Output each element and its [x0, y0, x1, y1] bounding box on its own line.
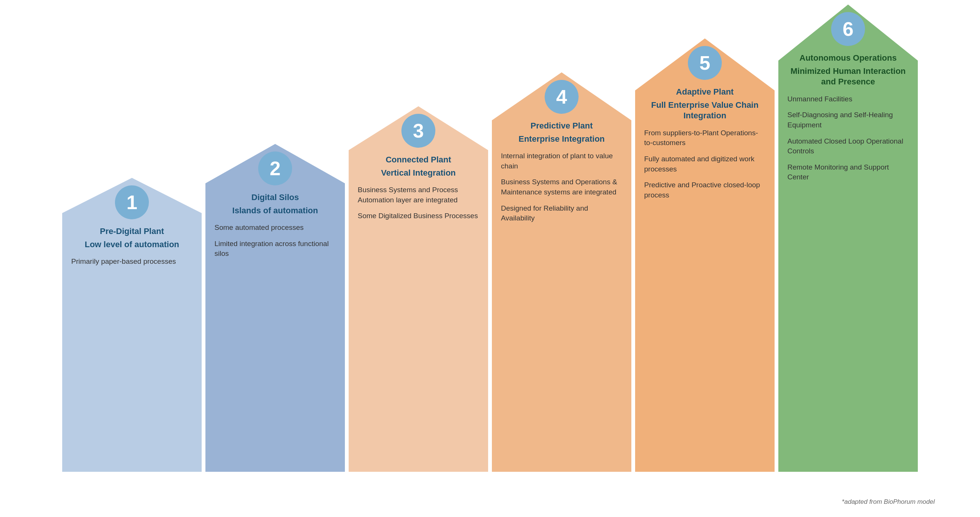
pillar-6-badge: 6 [831, 12, 865, 46]
list-item: Business Systems and Process Automation … [358, 185, 479, 205]
list-item: Some automated processes [215, 223, 336, 233]
pillar-1: 1Pre-Digital PlantLow level of automatio… [62, 178, 202, 472]
list-item: Some Digitalized Business Processes [358, 211, 479, 221]
pillar-4-badge: 4 [545, 80, 579, 114]
list-item: Self-Diagnosing and Self-Healing Equipme… [788, 110, 909, 130]
pillar-3: 3Connected PlantVertical IntegrationBusi… [348, 106, 488, 472]
pillar-4: 4Predictive PlantEnterprise IntegrationI… [492, 72, 632, 472]
list-item: Business Systems and Operations & Mainte… [501, 177, 622, 197]
list-item: Fully automated and digitized work proce… [644, 154, 765, 174]
list-item: Unmanned Facilities [788, 94, 909, 104]
pillar-2: 2Digital SilosIslands of automationSome … [205, 144, 345, 472]
pillar-6-title-main: Autonomous Operations [799, 53, 897, 64]
pillar-5-title-main: Adaptive Plant [676, 87, 734, 98]
footnote: *adapted from BioPhorum model [842, 498, 935, 506]
pillar-5: 5Adaptive PlantFull Enterprise Value Cha… [635, 38, 775, 472]
list-item: Primarily paper-based processes [71, 257, 192, 267]
list-item: Limited integration across functional si… [215, 239, 336, 259]
list-item: Automated Closed Loop Operational Contro… [788, 137, 909, 156]
list-item: Designed for Reliability and Availabilit… [501, 204, 622, 223]
pillar-1-title-sub: Low level of automation [85, 239, 180, 250]
pillar-4-title-sub: Enterprise Integration [519, 134, 605, 145]
pillar-2-badge: 2 [258, 151, 292, 185]
pillar-3-title-sub: Vertical Integration [381, 168, 456, 179]
pillar-6-title-sub: Minimized Human Interaction and Presence [788, 66, 909, 87]
list-item: Remote Monitoring and Support Center [788, 162, 909, 182]
list-item: From suppliers-to-Plant Operations-to-cu… [644, 128, 765, 148]
pillar-2-title-main: Digital Silos [251, 192, 299, 203]
pillar-1-title-main: Pre-Digital Plant [100, 226, 164, 237]
pillar-4-title-main: Predictive Plant [530, 121, 592, 132]
list-item: Internal integration of plant to value c… [501, 151, 622, 171]
pillar-3-badge: 3 [401, 114, 435, 148]
pillar-5-title-sub: Full Enterprise Value Chain Integration [644, 100, 765, 121]
pillar-3-title-main: Connected Plant [386, 154, 451, 165]
pillar-1-badge: 1 [115, 185, 149, 219]
main-container: 1Pre-Digital PlantLow level of automatio… [0, 0, 980, 517]
list-item: Predictive and Proactive closed-loop pro… [644, 180, 765, 200]
pillar-5-badge: 5 [688, 46, 722, 80]
pillar-6: 6Autonomous OperationsMinimized Human In… [778, 5, 918, 472]
pillar-2-title-sub: Islands of automation [232, 205, 318, 216]
